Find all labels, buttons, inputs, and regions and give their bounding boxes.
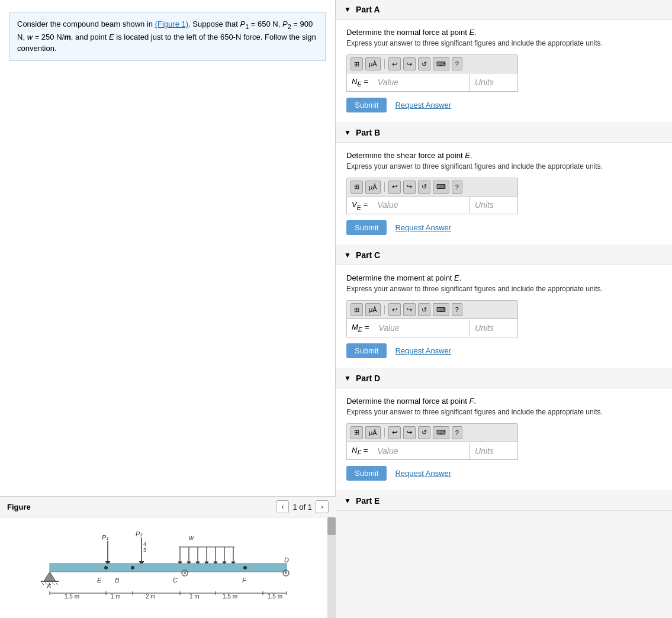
font-btn-d[interactable]: μÂ: [365, 426, 381, 439]
dot-f: [243, 566, 247, 569]
label-e: E: [97, 577, 102, 584]
support-a: [44, 572, 56, 581]
font-btn-a[interactable]: μÂ: [365, 57, 381, 70]
reset-btn-b[interactable]: ↺: [418, 181, 430, 194]
grid-icon-b: ⊞: [354, 183, 359, 191]
request-btn-d[interactable]: Request Answer: [395, 469, 451, 478]
units-input-d[interactable]: Units: [470, 443, 517, 459]
dot-b: [131, 566, 134, 569]
redo-btn-c[interactable]: ↪: [403, 303, 416, 316]
part-body-b: Determine the shear force at point E. Ex…: [336, 143, 672, 245]
kbd-btn-c[interactable]: ⌨: [433, 303, 449, 316]
p2-label: P₂: [136, 530, 143, 537]
answer-row-d: NF = Value Units: [346, 442, 518, 461]
part-header-a[interactable]: ▼ Part A: [336, 0, 672, 20]
part-label-a: Part A: [356, 5, 380, 14]
part-header-e[interactable]: ▼ Part E: [336, 491, 672, 511]
kbd-btn-a[interactable]: ⌨: [433, 57, 449, 70]
dot-e: [104, 566, 108, 569]
submit-btn-b[interactable]: Submit: [346, 220, 387, 235]
btn-row-b: Submit Request Answer: [346, 220, 661, 235]
help-icon-d: ?: [455, 429, 459, 436]
sep-a1: [384, 59, 385, 69]
value-input-b[interactable]: Value: [372, 197, 470, 213]
font-icon-c: μÂ: [369, 306, 377, 313]
part-header-d[interactable]: ▼ Part D: [336, 369, 672, 388]
svg-text:3: 3: [143, 547, 146, 553]
grid-btn-a[interactable]: ⊞: [351, 57, 363, 70]
units-input-c[interactable]: Units: [470, 320, 517, 336]
redo-btn-b[interactable]: ↪: [403, 181, 416, 194]
label-c: C: [173, 577, 178, 584]
scrollbar[interactable]: [327, 517, 336, 618]
reset-btn-c[interactable]: ↺: [418, 303, 430, 316]
sep-c1: [384, 305, 385, 314]
help-btn-d[interactable]: ?: [452, 426, 462, 439]
help-icon-b: ?: [455, 184, 459, 191]
part-body-a: Determine the normal force at point E. E…: [336, 20, 672, 122]
grid-icon-c: ⊞: [354, 306, 359, 314]
arrow-icon-d: ▼: [344, 374, 351, 382]
request-btn-a[interactable]: Request Answer: [395, 101, 451, 110]
undo-btn-d[interactable]: ↩: [388, 426, 401, 439]
undo-icon-a: ↩: [392, 60, 397, 68]
help-btn-c[interactable]: ?: [452, 303, 462, 316]
part-instruction-c: Express your answer to three significant…: [346, 285, 661, 293]
kbd-btn-d[interactable]: ⌨: [433, 426, 449, 439]
redo-btn-d[interactable]: ↪: [403, 426, 416, 439]
kbd-btn-b[interactable]: ⌨: [433, 181, 449, 194]
part-label-d: Part D: [356, 374, 380, 383]
part-question-a: Determine the normal force at point E.: [346, 28, 661, 37]
dim-4: 1 m: [189, 593, 200, 600]
redo-icon-b: ↪: [407, 183, 412, 191]
units-input-a[interactable]: Units: [470, 74, 517, 91]
grid-icon-d: ⊞: [354, 429, 359, 436]
submit-btn-c[interactable]: Submit: [346, 343, 387, 358]
reset-btn-d[interactable]: ↺: [418, 426, 430, 439]
scroll-thumb[interactable]: [327, 517, 336, 535]
part-section-e: ▼ Part E: [336, 491, 672, 511]
reset-btn-a[interactable]: ↺: [418, 57, 430, 70]
submit-btn-d[interactable]: Submit: [346, 466, 387, 481]
undo-btn-c[interactable]: ↩: [388, 303, 401, 316]
units-input-b[interactable]: Units: [470, 197, 517, 213]
figure-prev-button[interactable]: ‹: [276, 500, 289, 513]
part-label-c: Part C: [356, 250, 380, 260]
submit-btn-a[interactable]: Submit: [346, 98, 387, 112]
btn-row-c: Submit Request Answer: [346, 343, 661, 358]
grid-icon-a: ⊞: [354, 60, 359, 68]
redo-icon-d: ↪: [407, 429, 412, 436]
kbd-icon-a: ⌨: [436, 60, 446, 68]
value-input-c[interactable]: Value: [374, 320, 470, 336]
undo-btn-a[interactable]: ↩: [388, 57, 401, 70]
help-btn-a[interactable]: ?: [452, 57, 462, 70]
figure-canvas: w P₁ P₂ 4 3: [0, 517, 336, 618]
figure-link[interactable]: (Figure 1): [155, 20, 188, 28]
request-btn-c[interactable]: Request Answer: [395, 346, 451, 355]
problem-statement: Consider the compound beam shown in (Fig…: [9, 12, 326, 61]
grid-btn-d[interactable]: ⊞: [351, 426, 363, 439]
value-input-a[interactable]: Value: [373, 74, 470, 91]
grid-btn-c[interactable]: ⊞: [351, 303, 363, 316]
redo-btn-a[interactable]: ↪: [403, 57, 416, 70]
kbd-icon-b: ⌨: [436, 183, 446, 191]
request-btn-b[interactable]: Request Answer: [395, 223, 451, 232]
part-header-b[interactable]: ▼ Part B: [336, 123, 672, 143]
font-icon-b: μÂ: [369, 184, 377, 191]
figure-next-button[interactable]: ›: [316, 500, 329, 513]
font-btn-c[interactable]: μÂ: [365, 303, 381, 316]
value-input-d[interactable]: Value: [372, 443, 470, 459]
grid-btn-b[interactable]: ⊞: [351, 181, 363, 194]
undo-icon-c: ↩: [392, 306, 397, 314]
part-body-c: Determine the moment at point E. Express…: [336, 265, 672, 368]
font-btn-b[interactable]: μÂ: [365, 181, 381, 194]
right-panel: ▼ Part A Determine the normal force at p…: [336, 0, 672, 618]
redo-icon-c: ↪: [407, 306, 412, 314]
help-btn-b[interactable]: ?: [452, 181, 462, 194]
w-label: w: [189, 534, 194, 541]
part-header-c[interactable]: ▼ Part C: [336, 246, 672, 265]
part-question-c: Determine the moment at point E.: [346, 273, 661, 282]
arrow-icon-a: ▼: [344, 5, 351, 14]
undo-btn-b[interactable]: ↩: [388, 181, 401, 194]
redo-icon-a: ↪: [407, 60, 412, 68]
